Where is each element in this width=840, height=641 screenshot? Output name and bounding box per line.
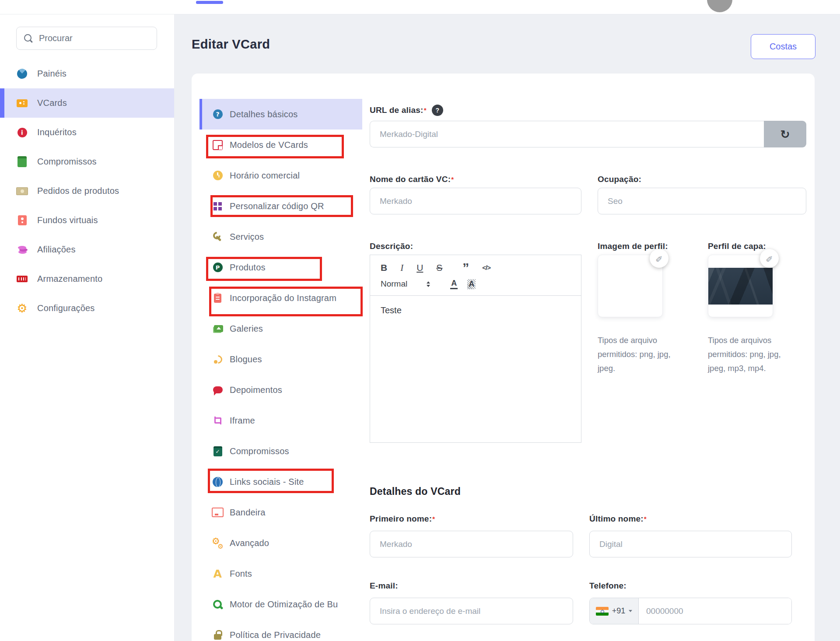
blog-icon xyxy=(212,354,224,365)
hamburger-menu-icon[interactable] xyxy=(196,1,223,4)
tab-label: Blogues xyxy=(230,354,262,364)
sidebar-item-inqueritos[interactable]: Inquéritos xyxy=(0,118,174,147)
form-column: URL de alias:* ? Nome do cartão VC:* Ocu… xyxy=(362,74,815,641)
tab-blogues[interactable]: Blogues xyxy=(200,344,362,375)
font-icon xyxy=(212,568,224,580)
first-name-input[interactable] xyxy=(370,531,573,557)
tab-servicos[interactable]: Serviços xyxy=(200,221,362,252)
blockquote-button[interactable]: ” xyxy=(462,263,469,272)
tab-modelos-de-vcards[interactable]: Modelos de VCards xyxy=(200,130,362,160)
tab-motor-de-otimizacao-de-bu[interactable]: Motor de Otimização de Bu xyxy=(200,589,362,620)
gears-icon xyxy=(212,537,224,549)
sidebar-item-pedidos-de-produtos[interactable]: Pedidos de produtos xyxy=(0,176,174,206)
tab-horario-comercial[interactable]: Horário comercial xyxy=(200,160,362,191)
code-button[interactable]: </> xyxy=(482,262,490,273)
back-button[interactable]: Costas xyxy=(751,34,816,59)
country-code-select[interactable]: +91 xyxy=(590,598,639,624)
tab-compromissos[interactable]: Compromissos xyxy=(200,436,362,466)
cover-profile-card xyxy=(708,255,773,317)
sidebar-item-label: Configurações xyxy=(37,303,95,313)
description-editor[interactable]: B I U S ” </> Normal A A xyxy=(370,255,581,443)
text-color-button[interactable]: A xyxy=(450,279,458,289)
tab-avancado[interactable]: Avançado xyxy=(200,528,362,558)
gear-icon xyxy=(16,302,28,314)
sidebar: PainéisVCardsInquéritosCompromissosPedid… xyxy=(0,14,175,641)
tab-links-sociais-site[interactable]: Links sociais - Site xyxy=(200,466,362,497)
strikethrough-button[interactable]: S xyxy=(436,262,442,273)
tab-fonts[interactable]: Fonts xyxy=(200,558,362,589)
bold-button[interactable]: B xyxy=(381,262,387,273)
sidebar-item-label: Compromissos xyxy=(37,157,97,167)
sidebar-item-armazenamento[interactable]: Armazenamento xyxy=(0,264,174,294)
underline-button[interactable]: U xyxy=(416,262,423,273)
profile-image-card xyxy=(598,255,663,317)
tab-label: Depoimentos xyxy=(230,385,282,395)
vc-name-input[interactable] xyxy=(370,188,581,214)
tab-depoimentos[interactable]: Depoimentos xyxy=(200,375,362,405)
tab-bandeira[interactable]: Bandeira xyxy=(200,497,362,528)
email-input[interactable] xyxy=(370,598,573,624)
search-input[interactable] xyxy=(39,33,150,43)
tab-label: Galeries xyxy=(230,324,263,334)
sidebar-item-compromissos[interactable]: Compromissos xyxy=(0,147,174,176)
banner-icon xyxy=(212,507,224,518)
vc-name-label: Nome do cartão VC:* xyxy=(370,173,581,186)
tab-detalhes-basicos[interactable]: Detalhes básicos xyxy=(200,99,362,130)
calendar-check-icon xyxy=(212,445,224,457)
user-avatar[interactable] xyxy=(707,0,732,12)
tab-incorporacao-do-instagram[interactable]: Incorporação do Instagram xyxy=(200,283,362,313)
tab-iframe[interactable]: Iframe xyxy=(200,405,362,436)
format-select[interactable]: Normal xyxy=(381,279,407,289)
chevron-down-icon xyxy=(629,610,632,612)
dial-code: +91 xyxy=(612,606,626,616)
vcard-details-heading: Detalhes do VCard xyxy=(370,486,806,497)
tab-produtos[interactable]: Produtos xyxy=(200,252,362,283)
phone-input[interactable] xyxy=(639,598,791,624)
url-alias-input[interactable] xyxy=(370,121,764,147)
sidebar-item-configuracoes[interactable]: Configurações xyxy=(0,294,174,323)
sidebar-search[interactable] xyxy=(16,27,157,50)
description-label: Descrição: xyxy=(370,240,581,252)
sidebar-item-label: VCards xyxy=(37,98,67,108)
italic-button[interactable]: I xyxy=(400,262,403,273)
tab-label: Motor de Otimização de Bu xyxy=(230,599,338,609)
occupation-input[interactable] xyxy=(598,188,806,214)
tab-galeries[interactable]: Galeries xyxy=(200,313,362,344)
edit-cover-profile-icon[interactable] xyxy=(760,249,779,268)
email-label: E-mail: xyxy=(370,580,573,592)
storage-icon xyxy=(16,273,28,285)
sidebar-item-paineis[interactable]: Painéis xyxy=(0,59,174,88)
edit-profile-image-icon[interactable] xyxy=(650,249,668,268)
india-flag-icon xyxy=(596,607,609,616)
last-name-input[interactable] xyxy=(589,531,792,557)
tab-label: Produtos xyxy=(230,263,266,273)
sidebar-nav: PainéisVCardsInquéritosCompromissosPedid… xyxy=(0,59,174,323)
cover-profile-hint: Tipos de arquivos permitidos: png, jpg, … xyxy=(708,333,793,375)
highlight-color-button[interactable]: A xyxy=(467,279,476,289)
tab-label: Incorporação do Instagram xyxy=(230,293,336,303)
help-icon[interactable]: ? xyxy=(432,105,443,116)
tab-label: Horário comercial xyxy=(230,171,300,181)
phone-field: +91 xyxy=(589,598,792,624)
sidebar-item-label: Inquéritos xyxy=(37,127,77,137)
lock-icon xyxy=(212,629,224,641)
sidebar-item-vcards[interactable]: VCards xyxy=(0,88,174,118)
virtual-bg-icon xyxy=(16,214,28,226)
editor-toolbar: B I U S ” </> Normal A A xyxy=(370,255,581,296)
sidebar-item-fundos-virtuais[interactable]: Fundos virtuais xyxy=(0,206,174,235)
info-icon xyxy=(16,126,28,138)
description-content[interactable]: Teste xyxy=(370,296,581,442)
gallery-icon xyxy=(212,323,224,335)
sidebar-item-afiliacoes[interactable]: Afiliações xyxy=(0,235,174,264)
tab-politica-de-privacidade[interactable]: Política de Privacidade xyxy=(200,620,362,641)
tab-label: Avançado xyxy=(230,538,269,548)
tab-column: Detalhes básicosModelos de VCardsHorário… xyxy=(192,74,362,641)
format-caret-icon[interactable] xyxy=(427,281,430,287)
sidebar-item-label: Afiliações xyxy=(37,245,76,255)
refresh-icon[interactable] xyxy=(764,121,806,147)
tab-label: Detalhes básicos xyxy=(230,109,298,119)
tab-label: Fonts xyxy=(230,569,252,579)
pie-chart-icon xyxy=(16,68,28,80)
tab-personalizar-codigo-qr[interactable]: Personalizar código QR xyxy=(200,191,362,221)
occupation-label: Ocupação: xyxy=(598,173,806,186)
